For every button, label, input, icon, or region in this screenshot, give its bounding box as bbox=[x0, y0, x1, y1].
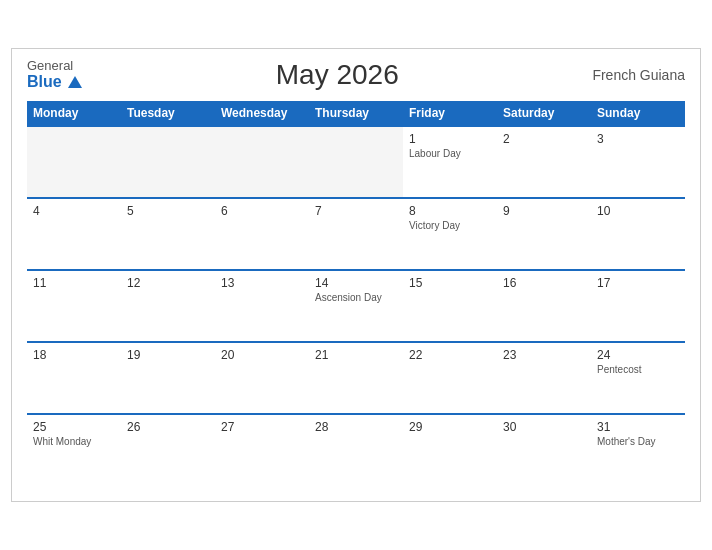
day-number: 13 bbox=[221, 276, 303, 290]
day-header-wednesday: Wednesday bbox=[215, 101, 309, 126]
day-cell: 10 bbox=[591, 198, 685, 270]
day-cell: 24Pentecost bbox=[591, 342, 685, 414]
day-number: 1 bbox=[409, 132, 491, 146]
day-header-tuesday: Tuesday bbox=[121, 101, 215, 126]
day-cell: 27 bbox=[215, 414, 309, 486]
day-number: 26 bbox=[127, 420, 209, 434]
day-header-saturday: Saturday bbox=[497, 101, 591, 126]
day-number: 25 bbox=[33, 420, 115, 434]
day-cell: 7 bbox=[309, 198, 403, 270]
logo-triangle-icon bbox=[68, 76, 82, 88]
calendar-region: French Guiana bbox=[592, 67, 685, 83]
day-number: 8 bbox=[409, 204, 491, 218]
week-row-2: 11121314Ascension Day151617 bbox=[27, 270, 685, 342]
day-cell: 13 bbox=[215, 270, 309, 342]
day-number: 23 bbox=[503, 348, 585, 362]
day-number: 31 bbox=[597, 420, 679, 434]
week-row-4: 25Whit Monday262728293031Mother's Day bbox=[27, 414, 685, 486]
day-cell: 18 bbox=[27, 342, 121, 414]
day-cell bbox=[309, 126, 403, 198]
day-cell: 17 bbox=[591, 270, 685, 342]
day-number: 28 bbox=[315, 420, 397, 434]
day-cell: 5 bbox=[121, 198, 215, 270]
calendar-title: May 2026 bbox=[276, 59, 399, 91]
holiday-name: Pentecost bbox=[597, 364, 679, 375]
day-cell: 3 bbox=[591, 126, 685, 198]
day-cell: 14Ascension Day bbox=[309, 270, 403, 342]
logo-general-text: General bbox=[27, 59, 82, 73]
day-cell bbox=[121, 126, 215, 198]
day-header-thursday: Thursday bbox=[309, 101, 403, 126]
day-cell: 19 bbox=[121, 342, 215, 414]
day-number: 30 bbox=[503, 420, 585, 434]
logo: General Blue bbox=[27, 59, 82, 91]
day-cell: 30 bbox=[497, 414, 591, 486]
day-cell: 2 bbox=[497, 126, 591, 198]
day-cell: 23 bbox=[497, 342, 591, 414]
day-cell: 9 bbox=[497, 198, 591, 270]
day-cell: 20 bbox=[215, 342, 309, 414]
day-number: 19 bbox=[127, 348, 209, 362]
logo-blue-text: Blue bbox=[27, 73, 82, 91]
day-cell: 4 bbox=[27, 198, 121, 270]
day-cell: 25Whit Monday bbox=[27, 414, 121, 486]
holiday-name: Whit Monday bbox=[33, 436, 115, 447]
day-number: 17 bbox=[597, 276, 679, 290]
holiday-name: Labour Day bbox=[409, 148, 491, 159]
day-number: 27 bbox=[221, 420, 303, 434]
week-row-0: 1Labour Day23 bbox=[27, 126, 685, 198]
day-number: 2 bbox=[503, 132, 585, 146]
day-number: 5 bbox=[127, 204, 209, 218]
days-header-row: MondayTuesdayWednesdayThursdayFridaySatu… bbox=[27, 101, 685, 126]
day-number: 16 bbox=[503, 276, 585, 290]
day-number: 24 bbox=[597, 348, 679, 362]
day-number: 20 bbox=[221, 348, 303, 362]
day-cell bbox=[27, 126, 121, 198]
day-header-friday: Friday bbox=[403, 101, 497, 126]
calendar-container: General Blue May 2026 French Guiana Mond… bbox=[11, 48, 701, 502]
day-cell: 22 bbox=[403, 342, 497, 414]
day-number: 12 bbox=[127, 276, 209, 290]
holiday-name: Victory Day bbox=[409, 220, 491, 231]
calendar-tbody: 1Labour Day2345678Victory Day91011121314… bbox=[27, 126, 685, 486]
day-number: 21 bbox=[315, 348, 397, 362]
day-cell bbox=[215, 126, 309, 198]
day-number: 3 bbox=[597, 132, 679, 146]
day-cell: 29 bbox=[403, 414, 497, 486]
day-number: 18 bbox=[33, 348, 115, 362]
day-number: 10 bbox=[597, 204, 679, 218]
day-number: 22 bbox=[409, 348, 491, 362]
day-cell: 26 bbox=[121, 414, 215, 486]
day-cell: 12 bbox=[121, 270, 215, 342]
day-cell: 8Victory Day bbox=[403, 198, 497, 270]
day-number: 11 bbox=[33, 276, 115, 290]
day-cell: 31Mother's Day bbox=[591, 414, 685, 486]
day-number: 6 bbox=[221, 204, 303, 218]
day-cell: 6 bbox=[215, 198, 309, 270]
day-header-sunday: Sunday bbox=[591, 101, 685, 126]
day-number: 15 bbox=[409, 276, 491, 290]
day-cell: 21 bbox=[309, 342, 403, 414]
week-row-1: 45678Victory Day910 bbox=[27, 198, 685, 270]
day-cell: 11 bbox=[27, 270, 121, 342]
calendar-thead: MondayTuesdayWednesdayThursdayFridaySatu… bbox=[27, 101, 685, 126]
day-number: 7 bbox=[315, 204, 397, 218]
week-row-3: 18192021222324Pentecost bbox=[27, 342, 685, 414]
calendar-table: MondayTuesdayWednesdayThursdayFridaySatu… bbox=[27, 101, 685, 486]
day-number: 9 bbox=[503, 204, 585, 218]
calendar-header: General Blue May 2026 French Guiana bbox=[27, 59, 685, 91]
day-cell: 28 bbox=[309, 414, 403, 486]
day-cell: 1Labour Day bbox=[403, 126, 497, 198]
holiday-name: Mother's Day bbox=[597, 436, 679, 447]
day-number: 14 bbox=[315, 276, 397, 290]
day-header-monday: Monday bbox=[27, 101, 121, 126]
day-cell: 16 bbox=[497, 270, 591, 342]
day-number: 29 bbox=[409, 420, 491, 434]
day-cell: 15 bbox=[403, 270, 497, 342]
day-number: 4 bbox=[33, 204, 115, 218]
holiday-name: Ascension Day bbox=[315, 292, 397, 303]
